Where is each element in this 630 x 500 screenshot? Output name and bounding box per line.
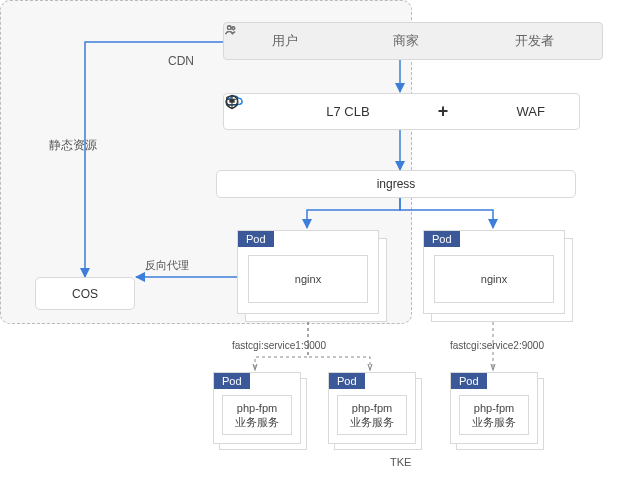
pod-badge: Pod — [214, 373, 250, 389]
l7clb-item: L7 CLB — [326, 104, 369, 119]
php-inner: php-fpm 业务服务 — [222, 395, 292, 435]
nginx-pod-2: Pod nginx — [423, 230, 573, 322]
cdn-label: CDN — [168, 54, 194, 68]
reverse-proxy-label: 反向代理 — [145, 258, 189, 273]
users-icon — [224, 23, 238, 37]
actor-user-label: 用户 — [272, 32, 298, 50]
php-line2: 业务服务 — [350, 415, 394, 429]
php-pod-1: Pod php-fpm 业务服务 — [213, 372, 311, 452]
cos-box: COS — [35, 277, 135, 310]
actors-bar: 用户 商家 开发者 — [223, 22, 603, 60]
php-pod-2: Pod php-fpm 业务服务 — [328, 372, 426, 452]
svg-rect-10 — [229, 99, 234, 102]
nginx-pod-1: Pod nginx — [237, 230, 387, 322]
nginx-label: nginx — [481, 272, 507, 286]
pod-badge: Pod — [451, 373, 487, 389]
pod-badge: Pod — [424, 231, 460, 247]
fastcgi2-label: fastcgi:service2:9000 — [450, 340, 544, 351]
php-inner: php-fpm 业务服务 — [459, 395, 529, 435]
waf-label: WAF — [516, 104, 544, 119]
waf-item: WAF — [516, 104, 544, 119]
actor-developer-label: 开发者 — [515, 32, 554, 50]
php-line1: php-fpm — [474, 401, 514, 415]
actor-merchant-label: 商家 — [393, 32, 419, 50]
actor-merchant: 商家 — [393, 32, 419, 50]
nginx-inner: nginx — [434, 255, 554, 303]
gateway-row: L7 CLB + WAF — [223, 93, 580, 130]
fastcgi1-label: fastcgi:service1:9000 — [232, 340, 326, 351]
plus-icon: + — [438, 101, 449, 122]
php-pod-3: Pod php-fpm 业务服务 — [450, 372, 548, 452]
php-inner: php-fpm 业务服务 — [337, 395, 407, 435]
l7clb-label: L7 CLB — [326, 104, 369, 119]
php-line2: 业务服务 — [472, 415, 516, 429]
ingress-label: ingress — [377, 177, 416, 191]
ingress-box: ingress — [216, 170, 576, 198]
waf-shield-icon — [224, 94, 240, 110]
nginx-inner: nginx — [248, 255, 368, 303]
svg-point-7 — [227, 26, 231, 30]
pod-badge: Pod — [238, 231, 274, 247]
php-line2: 业务服务 — [235, 415, 279, 429]
pod-badge: Pod — [329, 373, 365, 389]
actor-user: 用户 — [272, 32, 298, 50]
php-line1: php-fpm — [237, 401, 277, 415]
svg-point-8 — [232, 27, 235, 30]
tke-label: TKE — [390, 456, 411, 468]
actor-developer: 开发者 — [515, 32, 554, 50]
cos-label: COS — [72, 287, 98, 301]
static-assets-label: 静态资源 — [49, 137, 97, 154]
nginx-label: nginx — [295, 272, 321, 286]
php-line1: php-fpm — [352, 401, 392, 415]
